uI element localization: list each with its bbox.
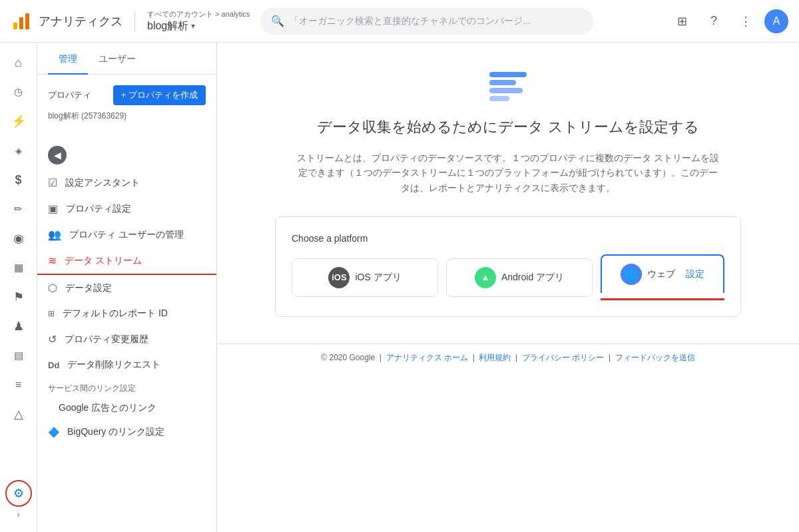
sidebar-users[interactable]: ♟ xyxy=(5,313,32,340)
platform-web-button[interactable]: 🌐 ウェブ 設定 xyxy=(601,254,724,293)
platform-options: iOS iOS アプリ ▲ Android アプリ 🌐 ウェ xyxy=(292,254,724,300)
nav-section-title: プロパティ xyxy=(48,89,91,101)
breadcrumb-area: すべてのアカウント > analytics blog解析 ▾ xyxy=(147,9,250,33)
data-delete-icon: Dd xyxy=(48,360,59,370)
settings-icon-highlighted[interactable]: ⚙ xyxy=(5,480,32,507)
create-property-button[interactable]: + プロパティを作成 xyxy=(113,85,206,105)
footer-link-privacy[interactable]: プライバシー ポリシー xyxy=(522,353,604,362)
selected-underline xyxy=(601,298,724,300)
web-icon: 🌐 xyxy=(621,264,642,285)
sidebar-flag[interactable]: ⚑ xyxy=(5,284,32,310)
data-streams-label: データ ストリーム xyxy=(65,255,142,267)
nav-bigquery-link[interactable]: 🔷 BigQuery のリンク設定 xyxy=(37,419,216,445)
bigquery-icon: 🔷 xyxy=(48,427,59,437)
main-description: ストリームとは、プロパティのデータソースです。１つのプロパティに複数のデータ ス… xyxy=(295,150,721,195)
svg-rect-3 xyxy=(489,72,527,77)
default-report-label: デフォルトのレポート ID xyxy=(63,308,168,320)
sidebar-delta[interactable]: △ xyxy=(5,401,32,427)
data-streams-icon: ≋ xyxy=(48,254,57,267)
stream-icon-area xyxy=(244,69,772,107)
sidebar-bottom: ⚙ › xyxy=(5,480,32,527)
property-history-icon: ↺ xyxy=(48,333,57,346)
footer: © 2020 Google | アナリティクス ホーム | 利用規約 | プライ… xyxy=(217,344,799,372)
sidebar-edit[interactable]: ✏ xyxy=(5,196,32,222)
data-delete-label: データ削除リクエスト xyxy=(67,359,160,371)
footer-link-terms[interactable]: 利用規約 xyxy=(479,353,511,362)
app-title: アナリティクス xyxy=(39,13,123,29)
search-placeholder-text: 「オーガニック検索と直接的なチャネルでのコンバージ... xyxy=(290,15,583,27)
sidebar-insights[interactable]: ⚡ xyxy=(5,108,32,134)
main-content: データ収集を始めるためにデータ ストリームを設定する ストリームとは、プロパティ… xyxy=(217,43,799,532)
nav-tab-bar: 管理 ユーザー xyxy=(37,43,216,75)
property-history-label: プロパティ変更履歴 xyxy=(65,334,148,346)
back-arrow-button[interactable]: ◀ xyxy=(48,146,67,164)
data-settings-icon: ⬡ xyxy=(48,282,57,294)
nav-data-settings[interactable]: ⬡ データ設定 xyxy=(37,275,216,301)
property-users-icon: 👥 xyxy=(48,228,61,241)
nav-section-property: プロパティ + プロパティを作成 blog解析 (257363629) xyxy=(37,75,216,140)
analytics-logo xyxy=(11,11,32,32)
android-icon: ▲ xyxy=(475,267,496,288)
svg-rect-4 xyxy=(489,80,516,85)
left-nav-panel: 管理 ユーザー プロパティ + プロパティを作成 blog解析 (2573636… xyxy=(37,43,217,532)
header-divider xyxy=(134,11,135,32)
content-area: 管理 ユーザー プロパティ + プロパティを作成 blog解析 (2573636… xyxy=(37,43,799,532)
search-bar[interactable]: 🔍 「オーガニック検索と直接的なチャネルでのコンバージ... xyxy=(260,8,593,35)
sidebar-globe[interactable]: ◉ xyxy=(5,225,32,252)
nav-property-users[interactable]: 👥 プロパティ ユーザーの管理 xyxy=(37,222,216,248)
main-inner: データ収集を始めるためにデータ ストリームを設定する ストリームとは、プロパティ… xyxy=(217,43,799,344)
service-links-title: サービス間のリンク設定 xyxy=(37,378,216,397)
breadcrumb: すべてのアカウント > analytics xyxy=(147,9,250,19)
sidebar-realtime[interactable]: ◷ xyxy=(5,79,32,105)
svg-rect-1 xyxy=(19,17,23,29)
sidebar-list[interactable]: ≡ xyxy=(5,372,32,398)
footer-copyright: © 2020 Google xyxy=(321,353,375,362)
ios-label: iOS アプリ xyxy=(355,272,401,284)
help-icon[interactable]: ? xyxy=(700,8,727,35)
nav-data-delete[interactable]: Dd データ削除リクエスト xyxy=(37,352,216,378)
sidebar-monetization[interactable]: $ xyxy=(5,166,32,193)
nav-property-history[interactable]: ↺ プロパティ変更履歴 xyxy=(37,326,216,352)
data-settings-label: データ設定 xyxy=(65,282,112,294)
nav-google-ads-link[interactable]: Google 広告とのリンク xyxy=(37,397,216,419)
setup-link[interactable]: 設定 xyxy=(686,268,704,280)
web-label: ウェブ xyxy=(647,268,675,280)
property-id-label: blog解析 (257363629) xyxy=(48,111,206,122)
platform-web-container: 🌐 ウェブ 設定 xyxy=(601,254,724,300)
more-options-icon[interactable]: ⋮ xyxy=(732,8,759,35)
property-selector[interactable]: blog解析 ▾ xyxy=(147,19,250,33)
sidebar-bar-chart[interactable]: ▦ xyxy=(5,254,32,281)
sidebar-tags[interactable]: ◈ xyxy=(5,137,32,164)
tab-kanri[interactable]: 管理 xyxy=(48,43,88,75)
svg-rect-5 xyxy=(489,88,523,93)
nav-default-report-id[interactable]: ⊞ デフォルトのレポート ID xyxy=(37,301,216,326)
default-report-icon: ⊞ xyxy=(48,309,55,318)
search-icon: 🔍 xyxy=(271,15,284,27)
nav-section-header: プロパティ + プロパティを作成 xyxy=(48,85,206,105)
property-settings-icon: ▣ xyxy=(48,202,58,215)
top-header: アナリティクス すべてのアカウント > analytics blog解析 ▾ 🔍… xyxy=(0,0,799,43)
stream-icon xyxy=(484,69,532,107)
footer-link-home[interactable]: アナリティクス ホーム xyxy=(386,353,468,362)
sidebar-stacked[interactable]: ▤ xyxy=(5,342,32,369)
footer-link-feedback[interactable]: フィードバックを送信 xyxy=(615,353,695,362)
svg-rect-6 xyxy=(489,96,509,101)
apps-icon[interactable]: ⊞ xyxy=(668,8,695,35)
platform-ios-button[interactable]: iOS iOS アプリ xyxy=(292,258,438,297)
platform-android-button[interactable]: ▲ Android アプリ xyxy=(446,258,593,297)
sidebar-home[interactable]: ⌂ xyxy=(5,49,32,76)
nav-setup-assistant[interactable]: ☑ 設定アシスタント xyxy=(37,170,216,196)
setup-assistant-icon: ☑ xyxy=(48,176,57,189)
main-layout: ⌂ ◷ ⚡ ◈ $ ✏ ◉ ▦ ⚑ ♟ ▤ ≡ △ ⚙ › 管理 ユーザー xyxy=(0,43,799,532)
nav-data-streams[interactable]: ≋ データ ストリーム xyxy=(37,248,216,275)
avatar[interactable]: A xyxy=(764,9,788,33)
expand-sidebar-button[interactable]: › xyxy=(5,508,32,521)
property-settings-label: プロパティ設定 xyxy=(66,203,131,215)
logo-area: アナリティクス すべてのアカウント > analytics blog解析 ▾ xyxy=(11,9,250,33)
platform-card: Choose a platform iOS iOS アプリ ▲ Android … xyxy=(275,216,741,317)
svg-rect-2 xyxy=(25,13,29,29)
bigquery-label: BigQuery のリンク設定 xyxy=(67,426,164,438)
left-sidebar: ⌂ ◷ ⚡ ◈ $ ✏ ◉ ▦ ⚑ ♟ ▤ ≡ △ ⚙ › xyxy=(0,43,37,532)
tab-user[interactable]: ユーザー xyxy=(88,43,146,75)
nav-property-settings[interactable]: ▣ プロパティ設定 xyxy=(37,196,216,222)
